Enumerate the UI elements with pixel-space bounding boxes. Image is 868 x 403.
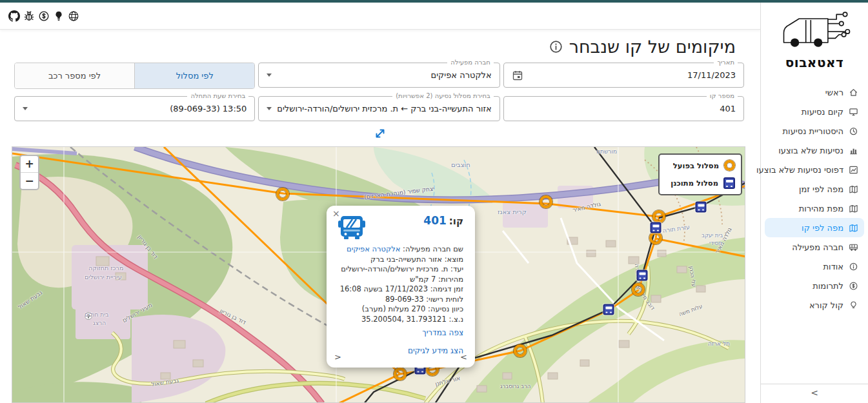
popup-header: קו:401 bbox=[337, 214, 463, 240]
planned-bus-marker[interactable] bbox=[637, 270, 648, 281]
next-vehicle-button[interactable]: > bbox=[460, 352, 467, 362]
planned-route-bus-icon bbox=[723, 177, 735, 189]
sidebar-divider bbox=[761, 384, 868, 384]
operator-link[interactable]: אלקטרה אפיקים bbox=[347, 244, 400, 253]
by-vehicle-number-button[interactable]: לפי מספר רכב bbox=[15, 63, 134, 88]
sidebar-item-label: קול קורא bbox=[809, 300, 843, 310]
planned-bus-marker[interactable] bbox=[696, 202, 707, 213]
legend-planned-label: מסלול מתוכנן bbox=[671, 179, 718, 188]
sidebar-item-label: ראשי bbox=[825, 88, 843, 97]
sidebar-item-label: נסיעות שלא בוצעו bbox=[778, 146, 843, 155]
actual-route-marker[interactable] bbox=[276, 188, 289, 201]
info-icon[interactable] bbox=[549, 40, 563, 54]
sidebar-item-label: מפה לפי קו bbox=[802, 223, 843, 233]
map-canvas[interactable]: יצחק שמיר (מנהרת הארזים)חוצביםמורשתנוקרי… bbox=[12, 146, 745, 403]
chevron-down-icon bbox=[267, 74, 272, 77]
bus-front-icon bbox=[337, 214, 367, 240]
calendar-icon[interactable] bbox=[512, 70, 523, 81]
donate-icon[interactable] bbox=[38, 10, 50, 22]
detail-row: מוצא: אזור התעשייה-בני ברק bbox=[333, 255, 463, 265]
start-time-select[interactable]: בחירת שעת התחלה 13:50 (89-069-33) bbox=[14, 96, 255, 121]
github-icon[interactable] bbox=[8, 10, 20, 22]
bus-icon bbox=[849, 242, 858, 252]
map-icon bbox=[849, 204, 858, 213]
actual-route-marker[interactable] bbox=[649, 231, 662, 244]
popup-details: שם חברה מפעילה: אלקטרה אפיקים מוצא: אזור… bbox=[333, 244, 463, 324]
planned-bus-marker[interactable] bbox=[651, 222, 661, 233]
sidebar-item-trip-fulfillment[interactable]: קיום נסיעות bbox=[765, 102, 864, 121]
sidebar-item-call-for-proposals[interactable]: קול קורא bbox=[765, 295, 864, 315]
route-select-label: בחירת מסלול נסיעה (2 אפשרויות) bbox=[392, 92, 493, 99]
mode-toggle: לפי מסלול לפי מספר רכב bbox=[14, 63, 255, 89]
brand-name: דאטאבוס bbox=[761, 55, 868, 70]
bug-report-icon[interactable] bbox=[23, 10, 35, 22]
sidebar-item-donations[interactable]: לתרומות bbox=[765, 276, 864, 295]
sidebar-item-operator[interactable]: חברה מפעילה bbox=[765, 237, 864, 257]
by-route-button[interactable]: לפי מסלול bbox=[134, 63, 254, 88]
idea-bulb-icon[interactable] bbox=[53, 10, 65, 22]
chevron-down-icon bbox=[267, 107, 272, 110]
expand-arrows-icon bbox=[373, 126, 387, 141]
line-number-field[interactable]: מספר קו 401 bbox=[503, 96, 744, 121]
bar-chart-icon bbox=[849, 146, 858, 155]
actual-route-marker[interactable] bbox=[652, 210, 665, 223]
zoom-in-button[interactable]: + bbox=[21, 156, 38, 173]
sidebar-item-unperformed-trips[interactable]: נסיעות שלא בוצעו bbox=[765, 141, 864, 160]
line-label: קו: bbox=[449, 215, 463, 227]
sidebar-item-speed-map[interactable]: מפת מהירות bbox=[765, 199, 864, 218]
detail-row: לוחית רישוי: 89-069-33 bbox=[333, 295, 463, 305]
legend-actual-route: מסלול בפועל bbox=[665, 160, 735, 171]
top-accent-strip bbox=[0, 0, 868, 3]
page-header: מיקומים של קו שנבחר bbox=[549, 37, 736, 57]
sidebar-item-label: אודות bbox=[823, 262, 843, 271]
sidebar-item-unperformed-patterns[interactable]: דפוסי נסיעות שלא בוצעו bbox=[765, 160, 864, 179]
operator-select-label: חברה מפעילה bbox=[447, 59, 493, 66]
popup-line-title: קו:401 bbox=[423, 214, 463, 227]
actual-route-marker[interactable] bbox=[540, 195, 552, 208]
actual-route-marker[interactable] bbox=[394, 368, 407, 380]
page-title: מיקומים של קו שנבחר bbox=[569, 37, 736, 57]
line-number-value: 401 bbox=[512, 104, 736, 113]
language-globe-icon[interactable] bbox=[68, 10, 79, 22]
route-select-value: אזור התעשייה-בני ברק ← ת. מרכזית ירושלים… bbox=[277, 104, 491, 113]
home-icon bbox=[849, 88, 858, 97]
sidebar-item-home[interactable]: ראשי bbox=[765, 83, 864, 102]
actual-route-marker[interactable] bbox=[514, 344, 527, 357]
sidebar: דאטאבוס ראשי קיום נסיעות היסטוריית נסיעו… bbox=[760, 0, 868, 403]
sidebar-item-map-by-time[interactable]: מפה לפי זמן bbox=[765, 179, 864, 199]
route-select[interactable]: בחירת מסלול נסיעה (2 אפשרויות) אזור התעש… bbox=[258, 96, 500, 121]
detail-row: זמן דגימה: 17/11/2023 בשעה 16:08 bbox=[333, 284, 463, 295]
line-number: 401 bbox=[423, 214, 447, 227]
sidebar-nav: ראשי קיום נסיעות היסטוריית נסיעות נסיעות… bbox=[761, 83, 868, 315]
detail-row: נ.צ.: 35.200504, 31.793121 bbox=[333, 315, 463, 325]
sidebar-item-trip-history[interactable]: היסטוריית נסיעות bbox=[765, 121, 864, 141]
legend-actual-label: מסלול בפועל bbox=[673, 161, 719, 170]
sidebar-collapse-button[interactable]: > bbox=[761, 388, 868, 398]
zoom-out-button[interactable]: − bbox=[21, 173, 38, 189]
legend-planned-route: מסלול מתוכנן bbox=[665, 177, 735, 189]
date-field[interactable]: תאריך 17/11/2023 bbox=[503, 63, 744, 88]
map-zoom-control: + − bbox=[19, 155, 39, 190]
sidebar-item-label: חברה מפעילה bbox=[792, 242, 843, 252]
chevron-down-icon bbox=[23, 107, 28, 110]
sidebar-item-map-by-line[interactable]: מפה לפי קו bbox=[765, 218, 864, 237]
history-clock-icon bbox=[849, 126, 858, 136]
map-icon bbox=[849, 223, 858, 233]
planned-bus-marker[interactable] bbox=[603, 304, 614, 315]
operator-select[interactable]: חברה מפעילה אלקטרה אפיקים bbox=[258, 63, 500, 88]
actual-route-marker[interactable] bbox=[632, 283, 645, 296]
date-field-value: 17/11/2023 bbox=[523, 70, 736, 80]
start-time-label: בחירת שעת התחלה bbox=[187, 92, 248, 99]
view-guide-link[interactable]: צפה במדריך bbox=[422, 328, 463, 337]
sidebar-item-about[interactable]: אודות bbox=[765, 257, 864, 276]
app-logo[interactable]: דאטאבוס bbox=[761, 10, 868, 70]
monitor-icon bbox=[849, 107, 858, 117]
donate-icon bbox=[849, 281, 858, 291]
sidebar-item-label: מפה לפי זמן bbox=[799, 184, 843, 194]
expand-map-button[interactable] bbox=[373, 126, 387, 141]
geek-info-link[interactable]: הצג מידע לגיקים bbox=[408, 346, 463, 355]
line-chart-icon bbox=[849, 165, 858, 175]
prev-vehicle-button[interactable]: < bbox=[334, 352, 341, 362]
sidebar-item-label: היסטוריית נסיעות bbox=[783, 126, 843, 136]
detail-row: מהירות: 7 קמ"ש bbox=[333, 275, 463, 285]
